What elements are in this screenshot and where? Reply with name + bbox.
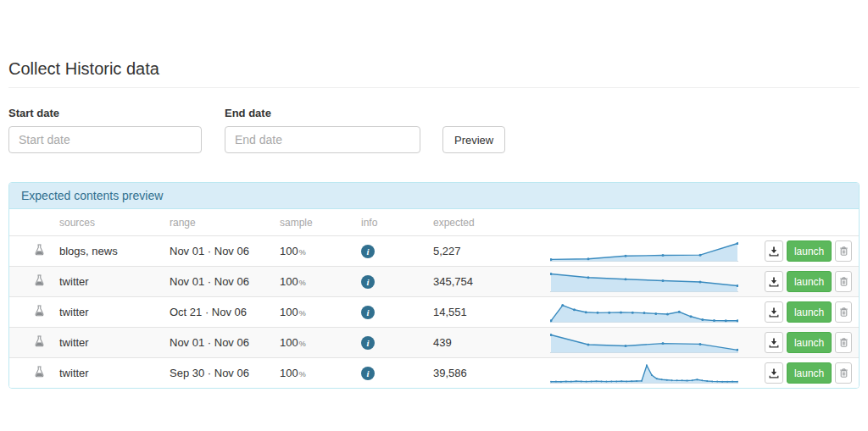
row-info-cell: i bbox=[352, 367, 424, 380]
row-sources: twitter bbox=[50, 367, 160, 379]
flask-icon bbox=[34, 367, 45, 380]
row-expected: 39,586 bbox=[424, 367, 542, 379]
row-sparkline-cell bbox=[542, 240, 755, 262]
table-row: twitter Oct 21 · Nov 06 100% i 14,551 la… bbox=[9, 296, 859, 327]
sparkline-chart bbox=[550, 271, 738, 293]
panel-title: Expected contents preview bbox=[9, 183, 859, 209]
info-icon[interactable]: i bbox=[361, 367, 375, 380]
row-actions: launch bbox=[755, 362, 859, 384]
row-range: Nov 01 · Nov 06 bbox=[160, 275, 270, 288]
download-icon bbox=[769, 307, 779, 318]
trash-icon bbox=[839, 307, 849, 318]
row-sample: 100% bbox=[270, 306, 352, 318]
column-info: info bbox=[352, 217, 424, 229]
row-sparkline-cell bbox=[542, 362, 755, 384]
table-header-row: sources range sample info expected bbox=[9, 209, 859, 235]
sparkline-chart bbox=[550, 240, 738, 262]
row-range: Nov 01 · Nov 06 bbox=[160, 245, 270, 257]
download-button[interactable] bbox=[765, 301, 783, 323]
download-icon bbox=[769, 338, 779, 348]
trash-button[interactable] bbox=[835, 332, 852, 353]
sparkline-chart bbox=[550, 362, 738, 384]
trash-button[interactable] bbox=[835, 362, 852, 384]
info-icon[interactable]: i bbox=[361, 245, 375, 258]
row-type-cell bbox=[9, 335, 50, 350]
trash-icon bbox=[839, 276, 849, 287]
row-type-cell bbox=[9, 305, 50, 319]
flask-icon bbox=[34, 276, 45, 289]
row-sample: 100% bbox=[270, 275, 352, 288]
download-icon bbox=[769, 246, 779, 257]
launch-button[interactable]: launch bbox=[787, 362, 832, 384]
download-icon bbox=[769, 368, 779, 379]
trash-button[interactable] bbox=[835, 301, 852, 323]
row-sparkline-cell bbox=[542, 301, 755, 323]
table-row: twitter Nov 01 · Nov 06 100% i 439 launc… bbox=[9, 327, 859, 357]
info-icon[interactable]: i bbox=[361, 336, 375, 350]
trash-icon bbox=[839, 367, 849, 379]
row-sources: twitter bbox=[50, 306, 160, 318]
launch-button[interactable]: launch bbox=[787, 271, 832, 292]
row-sources: twitter bbox=[50, 336, 160, 349]
row-actions: launch bbox=[755, 332, 859, 353]
row-sources: twitter bbox=[50, 275, 160, 288]
flask-icon bbox=[34, 337, 45, 350]
page-title: Collect Historic data bbox=[8, 59, 860, 88]
trash-button[interactable] bbox=[835, 240, 852, 262]
row-actions: launch bbox=[755, 301, 859, 323]
download-button[interactable] bbox=[765, 240, 783, 262]
row-actions: launch bbox=[755, 271, 859, 292]
row-range: Oct 21 · Nov 06 bbox=[160, 306, 270, 318]
download-button[interactable] bbox=[765, 332, 783, 353]
info-icon[interactable]: i bbox=[361, 275, 375, 289]
column-range: range bbox=[160, 217, 270, 229]
page: Collect Historic data Start date End dat… bbox=[0, 59, 868, 389]
row-sample: 100% bbox=[270, 336, 352, 349]
flask-icon bbox=[34, 246, 45, 258]
row-info-cell: i bbox=[352, 336, 424, 350]
end-date-input[interactable] bbox=[225, 126, 420, 153]
row-info-cell: i bbox=[352, 245, 424, 258]
row-sparkline-cell bbox=[542, 332, 755, 354]
start-date-label: Start date bbox=[8, 107, 202, 119]
start-date-input[interactable] bbox=[8, 126, 202, 153]
launch-button[interactable]: launch bbox=[787, 240, 832, 262]
table-body: blogs, news Nov 01 · Nov 06 100% i 5,227… bbox=[9, 235, 859, 388]
trash-icon bbox=[839, 246, 849, 257]
row-sample: 100% bbox=[270, 245, 352, 257]
row-info-cell: i bbox=[352, 306, 424, 319]
table-row: twitter Sep 30 · Nov 06 100% i 39,586 la… bbox=[9, 357, 859, 388]
launch-button[interactable]: launch bbox=[787, 332, 832, 353]
download-icon bbox=[769, 277, 779, 287]
row-actions: launch bbox=[755, 240, 859, 262]
download-button[interactable] bbox=[765, 362, 783, 384]
row-expected: 14,551 bbox=[424, 306, 542, 318]
date-form: Start date End date Preview bbox=[8, 107, 860, 153]
sparkline-chart bbox=[550, 332, 738, 354]
preview-button[interactable]: Preview bbox=[442, 126, 505, 153]
table-row: blogs, news Nov 01 · Nov 06 100% i 5,227… bbox=[9, 235, 859, 266]
launch-button[interactable]: launch bbox=[787, 301, 832, 323]
column-sample: sample bbox=[270, 217, 352, 229]
column-expected: expected bbox=[424, 217, 542, 229]
flask-icon bbox=[34, 307, 45, 319]
row-sparkline-cell bbox=[542, 271, 755, 293]
info-icon[interactable]: i bbox=[361, 306, 375, 319]
download-button[interactable] bbox=[765, 271, 783, 292]
row-sources: blogs, news bbox=[50, 245, 160, 257]
row-type-cell bbox=[9, 366, 50, 380]
row-expected: 439 bbox=[424, 336, 542, 349]
row-type-cell bbox=[9, 274, 50, 289]
row-range: Nov 01 · Nov 06 bbox=[160, 336, 270, 349]
row-expected: 5,227 bbox=[424, 245, 542, 257]
end-date-label: End date bbox=[225, 107, 420, 119]
table-row: twitter Nov 01 · Nov 06 100% i 345,754 l… bbox=[9, 266, 859, 296]
column-sources: sources bbox=[50, 217, 160, 229]
sparkline-chart bbox=[550, 301, 738, 323]
row-sample: 100% bbox=[270, 367, 352, 379]
row-expected: 345,754 bbox=[424, 275, 542, 288]
row-type-cell bbox=[9, 244, 50, 258]
trash-button[interactable] bbox=[835, 271, 852, 292]
row-range: Sep 30 · Nov 06 bbox=[160, 367, 270, 379]
row-info-cell: i bbox=[352, 275, 424, 289]
